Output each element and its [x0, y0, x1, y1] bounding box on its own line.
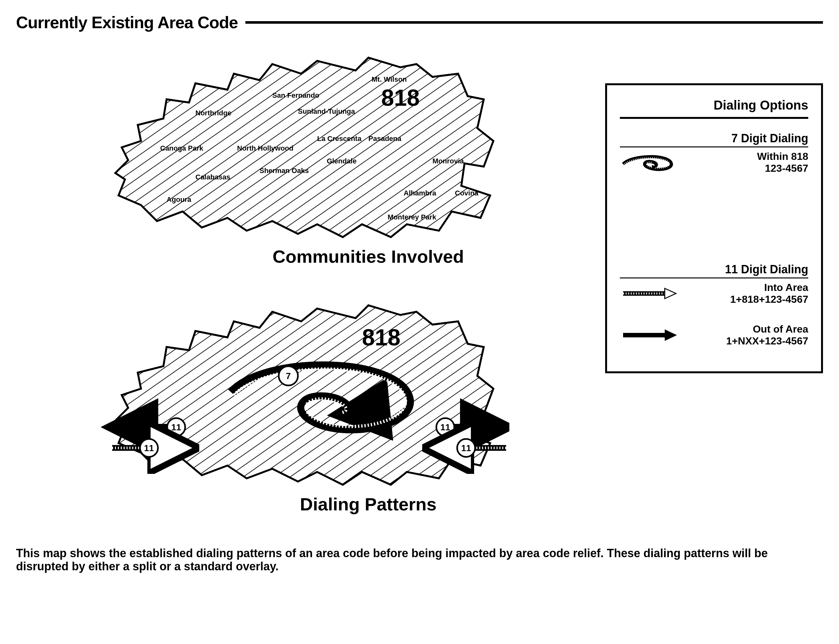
legend-rule-7	[620, 146, 808, 147]
city-monrovia: Monrovia	[432, 157, 464, 165]
header-rule	[245, 21, 823, 24]
city-mt-wilson: Mt. Wilson	[372, 75, 407, 83]
svg-text:7: 7	[286, 371, 291, 381]
page-caption: This map shows the established dialing p…	[16, 547, 823, 573]
city-sunland-tujunga: Sunland-Tujunga	[298, 107, 355, 115]
legend-out-label: Out of Area	[726, 323, 808, 335]
legend-row-out: Out of Area 1+NXX+123-4567	[620, 323, 808, 347]
city-calabasas: Calabasas	[195, 173, 230, 181]
city-agoura: Agoura	[167, 196, 192, 204]
map2-caption: Dialing Patterns	[151, 494, 586, 514]
city-monterey-park: Monterey Park	[387, 213, 436, 221]
city-canoga-park: Canoga Park	[160, 144, 204, 152]
city-pasadena: Pasadena	[368, 135, 401, 143]
into-area-arrow-icon	[620, 284, 678, 303]
map1-caption: Communities Involved	[151, 246, 586, 267]
badge-11-left-out: 11	[167, 418, 185, 436]
badge-11-right-in: 11	[457, 439, 475, 457]
city-north-hollywood: North Hollywood	[237, 144, 294, 152]
main-area: 818 Mt. Wilson San Fernando Northridge S…	[16, 45, 823, 534]
communities-map-svg: 818 Mt. Wilson San Fernando Northridge S…	[93, 45, 509, 243]
header-row: Currently Existing Area Code	[16, 13, 823, 32]
legend-within-label: Within 818	[757, 151, 808, 163]
city-san-fernando: San Fernando	[272, 91, 319, 99]
badge-11-right-out: 11	[436, 418, 454, 436]
city-la-crescenta: La Crescenta	[317, 135, 362, 143]
city-covina: Covina	[455, 189, 479, 197]
legend-into-example: 1+818+123-4567	[730, 294, 808, 306]
area-code-label-2: 818	[362, 325, 401, 350]
maps-column: 818 Mt. Wilson San Fernando Northridge S…	[16, 45, 586, 534]
legend-within-example: 123-4567	[757, 163, 808, 174]
legend-title: Dialing Options	[620, 98, 808, 116]
svg-text:11: 11	[440, 422, 450, 432]
badge-11-left-in: 11	[140, 439, 158, 457]
svg-text:11: 11	[171, 422, 181, 432]
map-communities: 818 Mt. Wilson San Fernando Northridge S…	[16, 45, 586, 267]
badge-7: 7	[279, 366, 298, 385]
legend-out-example: 1+NXX+123-4567	[726, 335, 808, 347]
page-title: Currently Existing Area Code	[16, 13, 245, 32]
spiral-icon	[620, 153, 678, 172]
svg-text:11: 11	[461, 443, 471, 453]
city-alhambra: Alhambra	[404, 189, 436, 197]
legend-11digit-heading: 11 Digit Dialing	[620, 263, 808, 276]
map-dialing-patterns: 818 7 11	[16, 286, 586, 514]
city-sherman-oaks: Sherman Oaks	[259, 167, 309, 175]
svg-text:11: 11	[144, 443, 154, 453]
legend-row-into: Into Area 1+818+123-4567	[620, 282, 808, 306]
legend-row-within: Within 818 123-4567	[620, 151, 808, 174]
area-code-label: 818	[381, 85, 420, 110]
city-glendale: Glendale	[327, 157, 356, 165]
legend-rule-11	[620, 278, 808, 278]
legend-7digit-heading: 7 Digit Dialing	[620, 132, 808, 145]
legend-into-label: Into Area	[730, 282, 808, 294]
out-of-area-arrow-icon	[620, 325, 678, 345]
legend-box: Dialing Options 7 Digit Dialing Within 8…	[605, 83, 823, 373]
city-northridge: Northridge	[195, 109, 231, 117]
area-boundary-2	[115, 306, 493, 485]
legend-rule-top	[620, 117, 808, 119]
dialing-map-svg: 818 7 11	[93, 286, 509, 491]
